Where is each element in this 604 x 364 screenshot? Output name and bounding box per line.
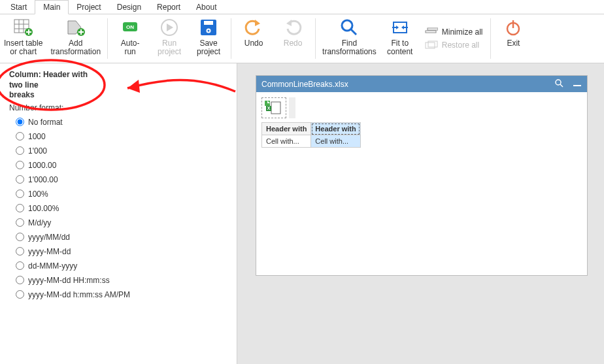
format-option-10[interactable]: dd-MMM-yyyy [16, 261, 227, 271]
format-option-11[interactable]: yyyy-MM-dd HH:mm:ss [16, 276, 227, 285]
svg-rect-32 [426, 42, 435, 48]
insert-table-button[interactable]: Insert tableor chart [0, 14, 46, 63]
undo-icon [243, 17, 264, 38]
format-option-label: 1'000.00 [28, 175, 58, 184]
format-radio-8[interactable] [16, 233, 24, 241]
run-project-button[interactable]: Runproject [150, 14, 189, 63]
panel-minimize-icon[interactable] [573, 78, 582, 90]
format-radio-12[interactable] [16, 290, 24, 299]
run-project-label: Runproject [158, 39, 181, 56]
format-option-4[interactable]: 1'000.00 [16, 175, 227, 184]
magnifier-icon [339, 17, 360, 38]
redo-button[interactable]: Redo [273, 14, 312, 63]
svg-rect-17 [204, 21, 213, 25]
svg-rect-33 [428, 41, 437, 47]
tab-main[interactable]: Main [35, 0, 69, 14]
format-radio-3[interactable] [16, 161, 24, 169]
add-transformation-button[interactable]: Addtransformation [46, 14, 105, 63]
find-transformations-button[interactable]: Findtransformations [318, 14, 380, 63]
restore-all-button[interactable]: Restore all [425, 41, 483, 50]
play-icon [159, 17, 180, 38]
find-transformations-label: Findtransformations [322, 39, 377, 56]
restore-icon [425, 41, 438, 50]
format-option-5[interactable]: 100% [16, 190, 227, 199]
svg-text:ON: ON [126, 24, 134, 30]
format-option-label: M/d/yy [28, 218, 51, 227]
format-option-7[interactable]: M/d/yy [16, 218, 227, 227]
auto-run-button[interactable]: ON Auto-run [110, 14, 150, 63]
ribbon: Insert tableor chart Addtransformation O… [0, 14, 604, 63]
fit-icon [390, 17, 411, 38]
format-option-6[interactable]: 100.00% [16, 204, 227, 213]
format-radio-0[interactable] [16, 118, 24, 126]
format-radio-6[interactable] [16, 204, 24, 212]
number-format-options: No format10001'0001000.001'000.00100%100… [9, 118, 227, 299]
save-project-button[interactable]: Saveproject [189, 14, 228, 63]
fit-to-content-button[interactable]: Fit tocontent [380, 14, 420, 63]
tab-start[interactable]: Start [3, 1, 35, 14]
tab-about[interactable]: About [188, 1, 224, 14]
format-radio-11[interactable] [16, 276, 24, 284]
format-option-label: 100% [28, 190, 48, 199]
format-option-0[interactable]: No format [16, 118, 227, 127]
format-option-1[interactable]: 1000 [16, 132, 227, 141]
power-icon [503, 17, 524, 38]
format-radio-4[interactable] [16, 175, 24, 184]
svg-rect-30 [426, 31, 436, 33]
format-option-label: yyyy-MM-dd HH:mm:ss [28, 276, 110, 285]
svg-rect-31 [428, 28, 438, 30]
format-radio-2[interactable] [16, 146, 24, 155]
undo-button[interactable]: Undo [234, 14, 273, 63]
tab-report[interactable]: Report [149, 1, 188, 14]
svg-marker-15 [167, 24, 173, 31]
data-panel: CommonLineBreaks.xlsx [256, 75, 588, 276]
format-option-3[interactable]: 1000.00 [16, 161, 227, 170]
format-radio-1[interactable] [16, 132, 24, 141]
grid-header-0[interactable]: Header with [262, 123, 311, 135]
auto-run-label: Auto-run [121, 39, 140, 56]
format-option-label: dd-MMM-yyyy [28, 261, 77, 271]
save-icon [198, 17, 219, 38]
format-option-label: 100.00% [28, 204, 59, 213]
svg-marker-27 [396, 25, 399, 29]
grid-cell-0-1[interactable]: Cell with... [311, 135, 360, 148]
number-format-label: Number format: [9, 103, 227, 112]
grid-header-1[interactable]: Header with [311, 123, 360, 135]
data-grid[interactable]: Header with Header with Cell with... Cel… [261, 122, 361, 148]
panel-title-text: CommonLineBreaks.xlsx [261, 80, 348, 89]
svg-point-36 [556, 80, 561, 85]
format-radio-5[interactable] [16, 190, 24, 198]
tab-design[interactable]: Design [109, 1, 149, 14]
svg-point-23 [342, 20, 352, 31]
svg-marker-29 [401, 25, 404, 29]
svg-line-37 [560, 84, 563, 87]
format-radio-10[interactable] [16, 261, 24, 270]
undo-label: Undo [244, 39, 263, 48]
grid-plus-icon [13, 17, 34, 38]
minimize-all-button[interactable]: Minimize all [425, 27, 483, 37]
format-option-9[interactable]: yyyy-MM-dd [16, 247, 227, 256]
svg-line-24 [351, 29, 356, 35]
redo-label: Redo [284, 39, 303, 48]
svg-point-20 [208, 30, 210, 32]
grid-cell-0-0[interactable]: Cell with... [262, 135, 311, 148]
format-option-label: 1000 [28, 132, 46, 141]
format-radio-9[interactable] [16, 247, 24, 256]
panel-search-icon[interactable] [554, 78, 563, 90]
format-option-12[interactable]: yyyy-MM-dd h:mm:ss AM/PM [16, 290, 227, 299]
exit-label: Exit [507, 39, 520, 48]
format-option-label: yyyy-MM-dd h:mm:ss AM/PM [28, 290, 130, 299]
format-option-2[interactable]: 1'000 [16, 146, 227, 156]
panel-titlebar[interactable]: CommonLineBreaks.xlsx [256, 76, 587, 92]
minimize-all-label: Minimize all [442, 27, 483, 37]
format-radio-7[interactable] [16, 218, 24, 227]
right-workspace: CommonLineBreaks.xlsx [237, 63, 604, 364]
format-option-label: 1'000 [28, 146, 47, 156]
save-project-label: Saveproject [197, 39, 220, 56]
excel-source-icon[interactable]: X [261, 97, 286, 118]
tab-project[interactable]: Project [69, 1, 109, 14]
format-option-label: No format [28, 118, 63, 127]
exit-button[interactable]: Exit [494, 14, 533, 63]
format-option-8[interactable]: yyyy/MM/dd [16, 233, 227, 242]
restore-all-label: Restore all [442, 41, 479, 50]
